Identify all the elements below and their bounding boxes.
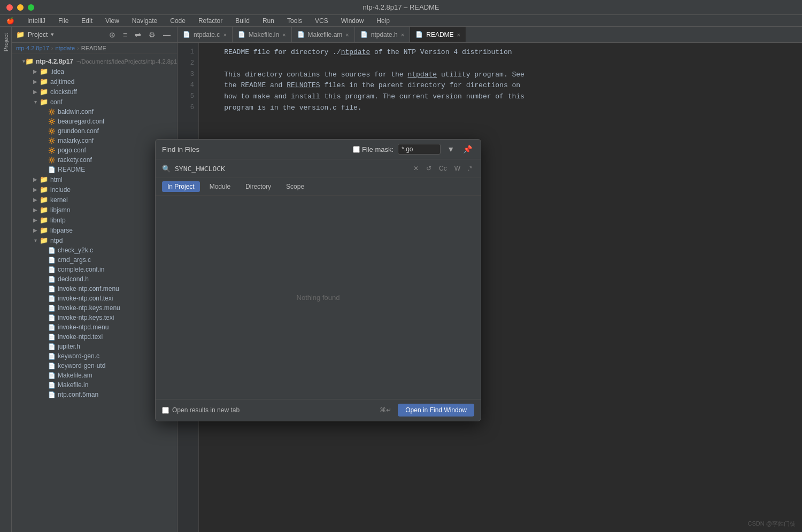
tree-item-cmd-args[interactable]: 📄 cmd_args.c bbox=[12, 255, 177, 265]
tree-item-invoke-ntp-conf-texi[interactable]: 📄 invoke-ntp.conf.texi bbox=[12, 294, 177, 303]
tab-ntpdate-c[interactable]: 📄 ntpdate.c × bbox=[178, 27, 233, 43]
tree-item-conf[interactable]: ▾ 📁 conf bbox=[12, 97, 177, 107]
tree-item-pogo[interactable]: 🔆 pogo.conf bbox=[12, 145, 177, 155]
tree-item-clockstuff[interactable]: ▶ 📁 clockstuff bbox=[12, 87, 177, 97]
settings-icon[interactable]: ⚙ bbox=[146, 29, 158, 40]
menu-tools[interactable]: Tools bbox=[285, 17, 304, 25]
tree-item-html[interactable]: ▶ 📁 html bbox=[12, 174, 177, 184]
tab-makefile-in-close[interactable]: × bbox=[282, 32, 286, 38]
tree-item-ntpd[interactable]: ▾ 📁 ntpd bbox=[12, 235, 177, 245]
tree-item-idea[interactable]: ▶ 📁 .idea bbox=[12, 66, 177, 76]
tree-item-makefile-in[interactable]: 📄 Makefile.in bbox=[12, 380, 177, 390]
tree-item-baldwin[interactable]: 🔆 baldwin.conf bbox=[12, 107, 177, 117]
tab-readme-close[interactable]: × bbox=[457, 32, 460, 38]
tree-item-beauregard[interactable]: 🔆 beauregard.conf bbox=[12, 117, 177, 126]
tree-item-libntp[interactable]: ▶ 📁 libntp bbox=[12, 215, 177, 225]
menu-intellij[interactable]: 🍎 bbox=[4, 17, 17, 25]
tab-makefile-in[interactable]: 📄 Makefile.in × bbox=[233, 27, 292, 43]
maximize-button[interactable] bbox=[28, 4, 34, 11]
tree-item-invoke-ntp-conf-menu[interactable]: 📄 invoke-ntp.conf.menu bbox=[12, 284, 177, 294]
tab-makefile-am-close[interactable]: × bbox=[345, 32, 349, 38]
close-panel-icon[interactable]: — bbox=[161, 29, 173, 40]
adjtimed-expand-icon[interactable]: ▶ bbox=[31, 79, 40, 84]
tree-item-invoke-ntp-keys-menu[interactable]: 📄 invoke-ntp.keys.menu bbox=[12, 303, 177, 313]
menu-code[interactable]: Code bbox=[168, 17, 188, 25]
tree-item-adjtimed[interactable]: ▶ 📁 adjtimed bbox=[12, 76, 177, 87]
pin-icon[interactable]: 📌 bbox=[461, 144, 474, 155]
scope-tab-in-project[interactable]: In Project bbox=[162, 181, 200, 192]
include-expand-icon[interactable]: ▶ bbox=[31, 187, 40, 192]
menu-view[interactable]: View bbox=[103, 17, 121, 25]
breadcrumb-root[interactable]: ntp-4.2.8p17 bbox=[16, 45, 49, 51]
libntp-expand-icon[interactable]: ▶ bbox=[31, 217, 40, 223]
file-mask-input[interactable] bbox=[398, 144, 441, 155]
libjsmn-expand-icon[interactable]: ▶ bbox=[31, 207, 40, 213]
tree-item-kernel[interactable]: ▶ 📁 kernel bbox=[12, 195, 177, 205]
tree-item-malarky[interactable]: 🔆 malarky.conf bbox=[12, 136, 177, 145]
tree-item-invoke-ntpd-menu[interactable]: 📄 invoke-ntpd.menu bbox=[12, 322, 177, 332]
tab-ntpdate-c-close[interactable]: × bbox=[223, 32, 226, 38]
tree-item-invoke-ntpd-texi[interactable]: 📄 invoke-ntpd.texi bbox=[12, 332, 177, 342]
tree-item-declcond[interactable]: 📄 declcond.h bbox=[12, 274, 177, 284]
locate-icon[interactable]: ⊕ bbox=[107, 29, 118, 40]
sort-icon[interactable]: ⇌ bbox=[133, 29, 143, 40]
idea-expand-icon[interactable]: ▶ bbox=[31, 68, 40, 74]
scope-tab-module[interactable]: Module bbox=[204, 181, 236, 192]
menu-navigate[interactable]: Navigate bbox=[130, 17, 159, 25]
case-sensitive-btn[interactable]: Cc bbox=[437, 164, 449, 173]
filter-icon[interactable]: ▼ bbox=[445, 144, 457, 155]
close-button[interactable] bbox=[6, 4, 13, 11]
tab-readme[interactable]: 📄 README × bbox=[410, 27, 466, 43]
tree-item-keyword-gen-utd[interactable]: 📄 keyword-gen-utd bbox=[12, 361, 177, 371]
open-in-find-window-button[interactable]: Open in Find Window bbox=[398, 404, 474, 417]
tree-item-ntp-conf-5man[interactable]: 📄 ntp.conf.5man bbox=[12, 390, 177, 399]
tree-item-invoke-ntp-keys-texi[interactable]: 📄 invoke-ntp.keys.texi bbox=[12, 313, 177, 322]
search-input[interactable] bbox=[175, 165, 407, 173]
tree-item-include[interactable]: ▶ 📁 include bbox=[12, 184, 177, 195]
whole-word-btn[interactable]: W bbox=[452, 164, 462, 173]
scope-tab-directory[interactable]: Directory bbox=[240, 181, 276, 192]
window-controls[interactable] bbox=[6, 4, 34, 11]
breadcrumb-readme[interactable]: README bbox=[81, 45, 106, 51]
minimize-button[interactable] bbox=[17, 4, 24, 11]
menu-help[interactable]: Help bbox=[374, 17, 392, 25]
conf-expand-icon[interactable]: ▾ bbox=[31, 99, 40, 105]
tree-item-rackety[interactable]: 🔆 rackety.conf bbox=[12, 155, 177, 165]
kernel-expand-icon[interactable]: ▶ bbox=[31, 197, 40, 203]
collapse-icon[interactable]: ≡ bbox=[121, 29, 129, 40]
menu-file[interactable]: File bbox=[56, 17, 71, 25]
ntpd-expand-icon[interactable]: ▾ bbox=[31, 237, 40, 243]
tree-item-keyword-gen-c[interactable]: 📄 keyword-gen.c bbox=[12, 351, 177, 361]
tab-ntpdate-h[interactable]: 📄 ntpdate.h × bbox=[355, 27, 410, 43]
breadcrumb-ntpdate[interactable]: ntpdate bbox=[55, 45, 75, 51]
scope-tab-scope[interactable]: Scope bbox=[281, 181, 310, 192]
dropdown-arrow-icon[interactable]: ▾ bbox=[51, 31, 54, 38]
clear-search-icon[interactable]: ✕ bbox=[411, 164, 421, 173]
menu-refactor[interactable]: Refactor bbox=[196, 17, 225, 25]
tree-item-jupiter[interactable]: 📄 jupiter.h bbox=[12, 342, 177, 351]
libparse-expand-icon[interactable]: ▶ bbox=[31, 227, 40, 233]
menu-run[interactable]: Run bbox=[260, 17, 276, 25]
tab-ntpdate-h-close[interactable]: × bbox=[401, 32, 404, 38]
tree-item-makefile-am[interactable]: 📄 Makefile.am bbox=[12, 371, 177, 380]
regex-btn[interactable]: .* bbox=[466, 164, 474, 173]
menu-build[interactable]: Build bbox=[233, 17, 252, 25]
menu-window[interactable]: Window bbox=[339, 17, 366, 25]
file-mask-checkbox[interactable] bbox=[353, 146, 360, 153]
project-tab[interactable]: Project bbox=[1, 29, 11, 56]
html-expand-icon[interactable]: ▶ bbox=[31, 176, 40, 182]
search-history-icon[interactable]: ↺ bbox=[424, 164, 434, 173]
tree-item-complete-conf[interactable]: 📄 complete.conf.in bbox=[12, 265, 177, 274]
tree-item-check-y2k[interactable]: 📄 check_y2k.c bbox=[12, 245, 177, 255]
tab-makefile-am[interactable]: 📄 Makefile.am × bbox=[292, 27, 355, 43]
tree-item-conf-readme[interactable]: 📄 README bbox=[12, 165, 177, 174]
open-results-checkbox[interactable] bbox=[162, 407, 169, 414]
tree-root[interactable]: ▾ 📁 ntp-4.2.8p17 ~/Documents/IdeaProject… bbox=[12, 56, 177, 66]
tree-item-grundoon[interactable]: 🔆 grundoon.conf bbox=[12, 126, 177, 136]
menu-vcs[interactable]: VCS bbox=[313, 17, 330, 25]
tree-item-libjsmn[interactable]: ▶ 📁 libjsmn bbox=[12, 205, 177, 215]
tree-item-libparse[interactable]: ▶ 📁 libparse bbox=[12, 225, 177, 235]
clockstuff-expand-icon[interactable]: ▶ bbox=[31, 89, 40, 95]
menu-intellij-label[interactable]: IntelliJ bbox=[25, 17, 48, 25]
menu-edit[interactable]: Edit bbox=[79, 17, 95, 25]
